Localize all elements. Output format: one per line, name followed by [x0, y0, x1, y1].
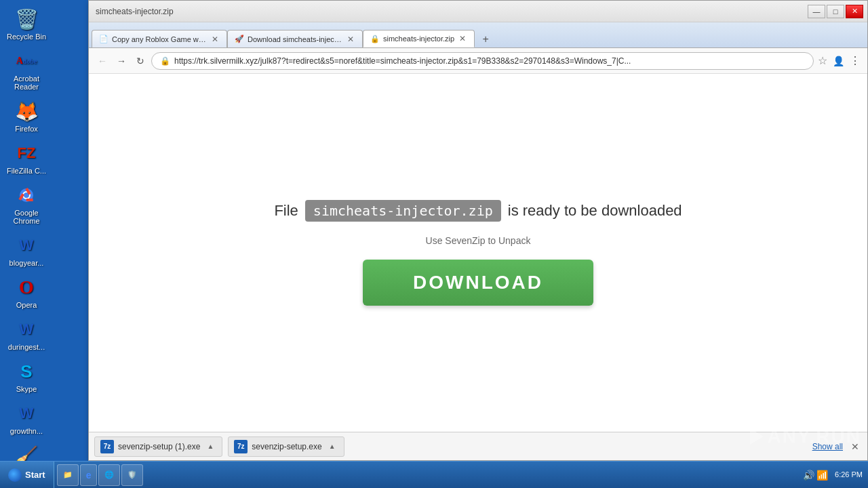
taskbar-item-folder[interactable]: 📁 [57, 464, 79, 486]
lock-icon: 🔒 [160, 56, 170, 66]
menu-icon[interactable]: ⋮ [848, 53, 862, 68]
file-text-before: File [274, 202, 298, 220]
opera-icon: O [14, 275, 39, 300]
taskbar-item-chrome[interactable]: 🌐 [98, 464, 120, 486]
filezilla-label: FileZilla C... [7, 167, 46, 175]
chrome-icon [14, 183, 39, 207]
new-tab-button[interactable]: + [476, 31, 495, 47]
desktop-icon-skype[interactable]: S Skype [3, 357, 50, 396]
filezilla-icon: FZ [14, 141, 39, 165]
ie-icon: e [86, 470, 92, 481]
tab-2-close[interactable]: ✕ [346, 35, 355, 44]
page-content: File simcheats-injector.zip is ready to … [89, 74, 867, 432]
file-ready-message: File simcheats-injector.zip is ready to … [274, 200, 682, 222]
skype-label: Skype [16, 385, 37, 393]
forward-button[interactable]: → [113, 53, 130, 69]
growthn-label: growthn... [10, 427, 43, 435]
desktop-icon-recycle-bin[interactable]: 🗑️ Recycle Bin [3, 4, 50, 43]
desktop-icon-opera[interactable]: O Opera [3, 272, 50, 312]
download-item-2[interactable]: 7z sevenzip-setup.exe ▲ [228, 436, 344, 457]
desktop-icon-filezilla[interactable]: FZ FileZilla C... [3, 138, 50, 178]
growthn-icon: W [14, 401, 39, 426]
recycle-bin-icon: 🗑️ [14, 7, 39, 31]
blogyear-label: blogyear... [9, 259, 44, 267]
during-icon: W [14, 317, 39, 342]
download-item-1-icon: 7z [100, 440, 114, 453]
download-item-2-icon: 7z [234, 440, 248, 453]
firefox-icon: 🦊 [14, 99, 39, 123]
download-item-1-name: sevenzip-setup (1).exe [118, 442, 200, 451]
taskbar-item-ie[interactable]: e [80, 464, 98, 486]
reload-button[interactable]: ↻ [132, 53, 149, 69]
taskbar-item-antivirus[interactable]: 🛡️ [121, 464, 143, 486]
close-button[interactable]: ✕ [846, 5, 863, 18]
download-item-2-chevron[interactable]: ▲ [326, 441, 338, 451]
title-bar: simcheats-injector.zip — □ ✕ [89, 1, 867, 22]
tab-1-label: Copy any Roblox Game with Ghosto... [112, 35, 207, 43]
maximize-button[interactable]: □ [827, 5, 844, 18]
tab-3[interactable]: 🔒 simcheats-injector.zip ✕ [363, 30, 475, 47]
chrome-taskbar-icon: 🌐 [104, 470, 114, 479]
download-button[interactable]: DOWNLOAD [363, 260, 593, 306]
taskbar-tray: 🔊 📶 6:26 PM [793, 470, 868, 481]
desktop-icon-chrome[interactable]: Google Chrome [3, 180, 50, 228]
tab-3-close[interactable]: ✕ [458, 34, 467, 43]
window-controls: — □ ✕ [804, 2, 867, 21]
tab-2-label: Download simcheats-injector.zip file [248, 35, 342, 43]
firefox-label: Firefox [15, 125, 38, 133]
system-clock: 6:26 PM [835, 470, 863, 480]
nav-bar: ← → ↻ 🔒 https://trk.silvermilk.xyz/julk8… [89, 48, 867, 74]
bookmark-star-icon[interactable]: ☆ [816, 53, 829, 68]
download-bar-close[interactable]: ✕ [848, 440, 862, 453]
download-item-1-chevron[interactable]: ▲ [204, 441, 216, 451]
volume-icon[interactable]: 🔊 [803, 470, 814, 481]
desktop-icon-firefox[interactable]: 🦊 Firefox [3, 96, 50, 136]
start-label: Start [25, 470, 45, 480]
browser-title: simcheats-injector.zip [89, 7, 174, 16]
show-all-button[interactable]: Show all [812, 442, 843, 451]
browser-window: simcheats-injector.zip — □ ✕ 📄 Copy any … [88, 0, 868, 461]
tab-bar: 📄 Copy any Roblox Game with Ghosto... ✕ … [89, 22, 867, 48]
recycle-bin-label: Recycle Bin [7, 33, 46, 41]
account-icon[interactable]: 👤 [831, 54, 846, 68]
folder-icon: 📁 [63, 470, 73, 479]
blogyear-icon: W [14, 233, 39, 258]
filename-badge: simcheats-injector.zip [305, 200, 501, 222]
antivirus-icon: 🛡️ [127, 470, 137, 479]
opera-label: Opera [16, 301, 37, 309]
tray-icons: 🔊 📶 [799, 470, 832, 481]
taskbar-items: 📁 e 🌐 🛡️ [54, 464, 793, 486]
start-button[interactable]: Start [0, 462, 54, 488]
download-item-2-name: sevenzip-setup.exe [252, 442, 321, 451]
minimize-button[interactable]: — [808, 5, 825, 18]
tab-3-label: simcheats-injector.zip [383, 35, 454, 43]
address-bar[interactable]: 🔒 https://trk.silvermilk.xyz/julk87?t=re… [151, 52, 814, 70]
desktop-icon-growthn[interactable]: W growthn... [3, 399, 50, 438]
skype-icon: S [14, 359, 39, 384]
clock-time: 6:26 PM [835, 470, 863, 480]
acrobat-label: Acrobat Reader [5, 75, 47, 91]
subtitle: Use SevenZip to Unpack [426, 235, 531, 246]
tab-2-favicon: 🚀 [235, 35, 244, 44]
during-label: duringest... [8, 343, 45, 351]
tab-3-favicon: 🔒 [370, 34, 380, 43]
download-item-1[interactable]: 7z sevenzip-setup (1).exe ▲ [94, 436, 222, 457]
tab-1-close[interactable]: ✕ [210, 35, 220, 44]
tab-1[interactable]: 📄 Copy any Roblox Game with Ghosto... ✕ [92, 30, 227, 47]
desktop-icon-acrobat[interactable]: Adobe Acrobat Reader [3, 46, 50, 94]
tab-1-favicon: 📄 [99, 35, 108, 44]
desktop-icon-blogyear[interactable]: W blogyear... [3, 230, 50, 270]
desktop-icon-during[interactable]: W duringest... [3, 314, 50, 354]
taskbar: Start 📁 e 🌐 🛡️ 🔊 📶 6:26 PM [0, 461, 868, 488]
network-icon[interactable]: 📶 [816, 470, 828, 481]
url-text: https://trk.silvermilk.xyz/julk87?t=redi… [174, 56, 805, 66]
start-orb-icon [8, 468, 22, 482]
desktop: 🗑️ Recycle Bin Adobe Acrobat Reader 🦊 Fi… [0, 0, 88, 461]
file-text-after: is ready to be downloaded [508, 202, 682, 220]
chrome-label: Google Chrome [5, 209, 47, 225]
acrobat-icon: Adobe [14, 49, 39, 73]
download-bar: 7z sevenzip-setup (1).exe ▲ 7z sevenzip-… [89, 432, 867, 460]
back-button[interactable]: ← [94, 53, 111, 69]
tab-2[interactable]: 🚀 Download simcheats-injector.zip file ✕ [227, 30, 363, 47]
